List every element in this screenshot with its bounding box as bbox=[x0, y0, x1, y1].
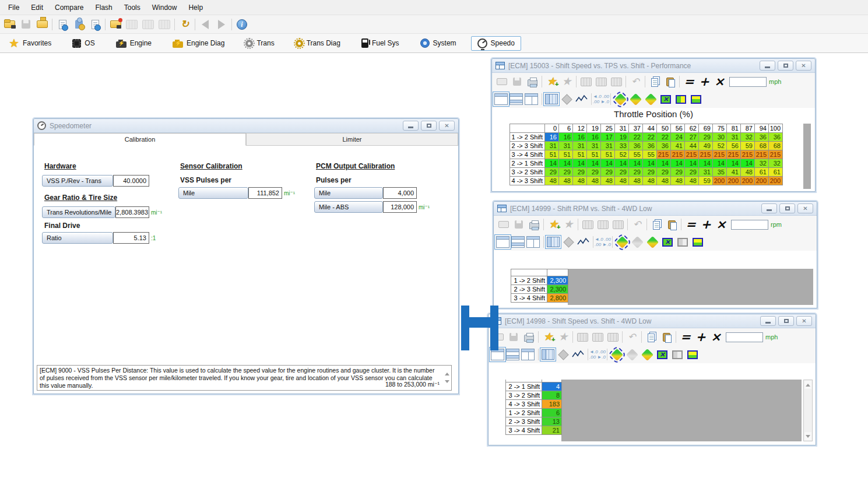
decimal-decrease-button[interactable]: ◄.0 .00 .00 ►.0 bbox=[593, 92, 609, 106]
cell[interactable]: 32 bbox=[741, 133, 755, 142]
paste-button[interactable] bbox=[662, 75, 677, 89]
menu-item-file[interactable]: File bbox=[2, 1, 25, 14]
open-button[interactable] bbox=[1, 17, 17, 32]
surface-3d-button[interactable] bbox=[614, 235, 630, 249]
row-header[interactable]: 2 -> 1 Shift bbox=[506, 382, 542, 391]
cell[interactable]: 29 bbox=[601, 168, 615, 177]
row-header[interactable]: 1 -> 2 Shift bbox=[510, 133, 545, 142]
cell[interactable]: 55 bbox=[643, 150, 657, 159]
value-input[interactable] bbox=[726, 332, 763, 342]
cell[interactable]: 48 bbox=[671, 177, 685, 185]
cell[interactable]: 51 bbox=[573, 150, 587, 159]
minimize-button[interactable] bbox=[403, 121, 419, 131]
field-value[interactable]: 128,000 bbox=[383, 201, 417, 213]
cell[interactable]: 29 bbox=[629, 168, 643, 177]
cell[interactable]: 29 bbox=[573, 168, 587, 177]
menu-item-tools[interactable]: Tools bbox=[118, 1, 146, 14]
table-view-c-button[interactable] bbox=[605, 330, 620, 344]
vertical-scrollbar[interactable] bbox=[803, 380, 813, 441]
cell[interactable]: 52 bbox=[615, 150, 629, 159]
cell[interactable]: 48 bbox=[685, 177, 699, 185]
equals-button[interactable]: = bbox=[681, 75, 697, 89]
split-vertical-button[interactable] bbox=[673, 92, 688, 106]
cell[interactable]: 14 bbox=[559, 159, 573, 168]
undo-button[interactable]: ↶ bbox=[630, 217, 645, 231]
favorite-add-button[interactable]: ★+ bbox=[546, 217, 561, 231]
cell[interactable]: 4 bbox=[542, 382, 562, 391]
cell[interactable]: 14 bbox=[727, 159, 741, 168]
cell[interactable]: 215 bbox=[741, 150, 755, 159]
cell[interactable]: 51 bbox=[601, 150, 615, 159]
cell[interactable]: 31 bbox=[545, 142, 559, 150]
cell[interactable]: 215 bbox=[657, 150, 671, 159]
favorites-item-os[interactable]: OS bbox=[66, 37, 101, 50]
nav-back-button[interactable] bbox=[197, 17, 213, 32]
cell[interactable]: 29 bbox=[643, 168, 657, 177]
cell[interactable]: 13 bbox=[542, 417, 562, 426]
chart-view-button[interactable] bbox=[576, 235, 591, 249]
scroll-down-icon[interactable] bbox=[444, 382, 450, 389]
info-button[interactable]: i bbox=[234, 17, 250, 32]
cell[interactable]: 215 bbox=[713, 150, 727, 159]
row-header[interactable]: 2 -> 1 Shift bbox=[510, 159, 545, 168]
cell[interactable]: 68 bbox=[769, 142, 783, 150]
grid-view-button[interactable] bbox=[546, 235, 561, 249]
scroll-up-icon[interactable] bbox=[804, 381, 811, 389]
table-view-a-button[interactable] bbox=[580, 217, 595, 231]
cell[interactable]: 200 bbox=[741, 177, 755, 185]
cell[interactable]: 48 bbox=[545, 177, 559, 185]
row-header[interactable]: 4 -> 3 Shift bbox=[510, 177, 545, 185]
cell[interactable]: 183 bbox=[542, 400, 562, 409]
cell[interactable]: 51 bbox=[587, 150, 601, 159]
ecm-15003-titlebar[interactable]: [ECM] 15003 - Shift Speed vs. TPS vs. Sh… bbox=[492, 59, 815, 73]
column-header[interactable]: 31 bbox=[615, 124, 629, 133]
column-header[interactable]: 0 bbox=[545, 124, 559, 133]
cell[interactable]: 215 bbox=[727, 150, 741, 159]
multiply-button[interactable]: × bbox=[712, 75, 727, 89]
cell[interactable]: 215 bbox=[755, 150, 769, 159]
column-header[interactable]: 69 bbox=[699, 124, 713, 133]
cell[interactable]: 31 bbox=[559, 142, 573, 150]
copy-button[interactable] bbox=[649, 217, 664, 231]
split-horizontal-button[interactable] bbox=[688, 92, 704, 106]
field-value[interactable]: 111,852 bbox=[248, 187, 282, 199]
cell[interactable]: 14 bbox=[573, 159, 587, 168]
cell[interactable]: 14 bbox=[643, 159, 657, 168]
cell[interactable]: 200 bbox=[727, 177, 741, 185]
cell[interactable]: 27 bbox=[685, 133, 699, 142]
cell[interactable]: 68 bbox=[755, 142, 769, 150]
surface-view-button[interactable] bbox=[559, 92, 574, 106]
cell[interactable]: 33 bbox=[615, 142, 629, 150]
copy-button[interactable] bbox=[647, 75, 662, 89]
tab-limiter[interactable]: Limiter bbox=[246, 133, 458, 146]
multiply-button[interactable]: × bbox=[714, 217, 729, 231]
open-recent-button[interactable] bbox=[107, 17, 124, 32]
cell[interactable]: 59 bbox=[699, 177, 713, 185]
print-button[interactable] bbox=[526, 217, 542, 231]
cell[interactable]: 36 bbox=[643, 142, 657, 150]
layout-hsplit-button[interactable] bbox=[509, 92, 525, 106]
cell[interactable]: 48 bbox=[741, 168, 755, 177]
favorites-item-system[interactable]: System bbox=[414, 36, 463, 50]
column-header[interactable]: 25 bbox=[601, 124, 615, 133]
special-functions-button[interactable]: ↻ bbox=[177, 17, 193, 32]
minimize-button[interactable] bbox=[760, 61, 775, 71]
cell[interactable]: 36 bbox=[755, 133, 769, 142]
cell[interactable]: 2,800 bbox=[547, 294, 568, 303]
cell[interactable]: 32 bbox=[755, 159, 769, 168]
save-button[interactable] bbox=[511, 217, 526, 231]
cell[interactable]: 8 bbox=[542, 391, 562, 400]
surface-prev-button[interactable] bbox=[624, 347, 639, 361]
surface-flat-button[interactable] bbox=[639, 347, 655, 361]
cell[interactable]: 48 bbox=[629, 177, 643, 185]
split-horizontal-button[interactable] bbox=[690, 235, 705, 249]
menu-item-window[interactable]: Window bbox=[146, 1, 183, 14]
split-vertical-button[interactable] bbox=[670, 347, 685, 361]
cell[interactable]: 2,300 bbox=[547, 285, 568, 294]
value-input[interactable] bbox=[729, 77, 767, 87]
equals-button[interactable]: = bbox=[683, 217, 698, 231]
cell[interactable]: 215 bbox=[769, 150, 783, 159]
cell[interactable]: 51 bbox=[545, 150, 559, 159]
table-view-a-button[interactable] bbox=[578, 75, 593, 89]
value-input[interactable] bbox=[731, 220, 768, 230]
